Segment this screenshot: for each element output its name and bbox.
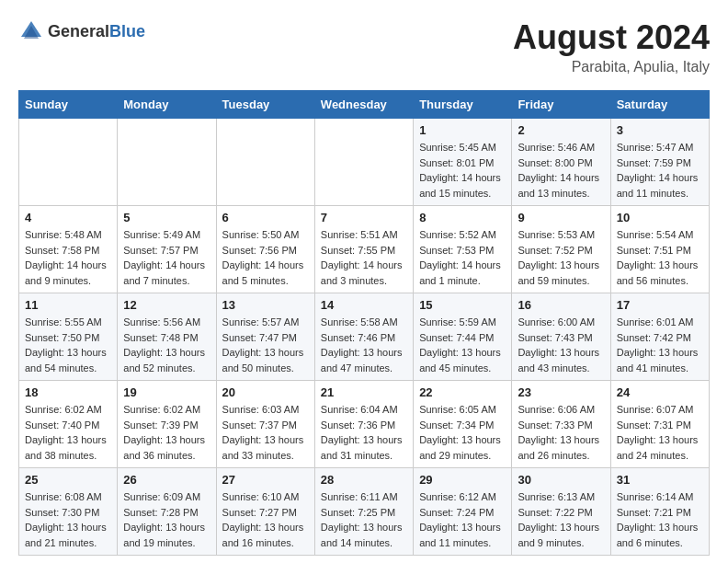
day-number: 7 (321, 211, 407, 224)
day-info: Sunrise: 6:12 AMSunset: 7:24 PMDaylight:… (419, 489, 506, 550)
day-info: Sunrise: 5:53 AMSunset: 7:52 PMDaylight:… (518, 227, 604, 288)
calendar-cell: 2Sunrise: 5:46 AMSunset: 8:00 PMDaylight… (512, 119, 610, 206)
day-number: 24 (617, 385, 703, 399)
day-info: Sunrise: 6:02 AMSunset: 7:40 PMDaylight:… (25, 402, 111, 463)
day-number: 11 (25, 298, 111, 312)
day-number: 21 (321, 385, 407, 399)
day-info: Sunrise: 5:50 AMSunset: 7:56 PMDaylight:… (222, 227, 309, 288)
calendar-cell: 18Sunrise: 6:02 AMSunset: 7:40 PMDayligh… (19, 381, 118, 468)
calendar-cell (118, 119, 216, 206)
day-info: Sunrise: 6:06 AMSunset: 7:33 PMDaylight:… (518, 402, 604, 463)
day-info: Sunrise: 5:48 AMSunset: 7:58 PMDaylight:… (25, 227, 111, 288)
day-number: 27 (222, 473, 309, 487)
calendar-week-row: 11Sunrise: 5:55 AMSunset: 7:50 PMDayligh… (19, 293, 710, 381)
header-day-friday: Friday (512, 91, 610, 119)
calendar-cell: 28Sunrise: 6:11 AMSunset: 7:25 PMDayligh… (314, 468, 413, 556)
calendar-cell: 9Sunrise: 5:53 AMSunset: 7:52 PMDaylight… (512, 206, 610, 293)
calendar-cell: 15Sunrise: 5:59 AMSunset: 7:44 PMDayligh… (414, 293, 512, 381)
day-info: Sunrise: 5:54 AMSunset: 7:51 PMDaylight:… (617, 227, 703, 288)
day-info: Sunrise: 6:09 AMSunset: 7:28 PMDaylight:… (123, 489, 210, 550)
day-number: 9 (518, 211, 604, 224)
calendar-cell: 20Sunrise: 6:03 AMSunset: 7:37 PMDayligh… (216, 381, 314, 468)
day-info: Sunrise: 5:46 AMSunset: 8:00 PMDaylight:… (518, 140, 604, 201)
calendar-cell: 1Sunrise: 5:45 AMSunset: 8:01 PMDaylight… (414, 119, 512, 206)
day-number: 28 (321, 473, 407, 487)
calendar-cell: 4Sunrise: 5:48 AMSunset: 7:58 PMDaylight… (19, 206, 118, 293)
calendar-cell: 12Sunrise: 5:56 AMSunset: 7:48 PMDayligh… (118, 293, 216, 381)
day-number: 30 (518, 473, 604, 487)
calendar-cell (314, 119, 413, 206)
day-info: Sunrise: 6:03 AMSunset: 7:37 PMDaylight:… (222, 402, 309, 463)
logo-text-general: General (48, 22, 109, 40)
day-number: 13 (222, 298, 309, 312)
calendar-week-row: 18Sunrise: 6:02 AMSunset: 7:40 PMDayligh… (19, 381, 710, 468)
day-info: Sunrise: 5:55 AMSunset: 7:50 PMDaylight:… (25, 315, 111, 375)
day-info: Sunrise: 5:57 AMSunset: 7:47 PMDaylight:… (222, 315, 309, 375)
day-info: Sunrise: 6:05 AMSunset: 7:34 PMDaylight:… (419, 402, 506, 463)
calendar-cell: 19Sunrise: 6:02 AMSunset: 7:39 PMDayligh… (118, 381, 216, 468)
day-info: Sunrise: 5:58 AMSunset: 7:46 PMDaylight:… (321, 315, 407, 375)
day-number: 6 (222, 211, 309, 224)
day-number: 18 (25, 385, 111, 399)
day-number: 31 (617, 473, 703, 487)
calendar-table: SundayMondayTuesdayWednesdayThursdayFrid… (18, 90, 710, 556)
calendar-week-row: 1Sunrise: 5:45 AMSunset: 8:01 PMDaylight… (19, 119, 710, 206)
header-day-saturday: Saturday (610, 91, 709, 119)
location: Parabita, Apulia, Italy (513, 59, 710, 75)
calendar-cell: 24Sunrise: 6:07 AMSunset: 7:31 PMDayligh… (610, 381, 709, 468)
calendar-week-row: 4Sunrise: 5:48 AMSunset: 7:58 PMDaylight… (19, 206, 710, 293)
day-info: Sunrise: 6:13 AMSunset: 7:22 PMDaylight:… (518, 489, 604, 550)
header-day-monday: Monday (118, 91, 216, 119)
day-info: Sunrise: 5:59 AMSunset: 7:44 PMDaylight:… (419, 315, 506, 375)
day-info: Sunrise: 5:52 AMSunset: 7:53 PMDaylight:… (419, 227, 506, 288)
title-block: August 2024 Parabita, Apulia, Italy (513, 18, 710, 75)
calendar-cell: 29Sunrise: 6:12 AMSunset: 7:24 PMDayligh… (414, 468, 512, 556)
day-number: 4 (25, 211, 111, 224)
calendar-cell: 30Sunrise: 6:13 AMSunset: 7:22 PMDayligh… (512, 468, 610, 556)
day-info: Sunrise: 5:56 AMSunset: 7:48 PMDaylight:… (123, 315, 210, 375)
day-info: Sunrise: 6:11 AMSunset: 7:25 PMDaylight:… (321, 489, 407, 550)
day-number: 26 (123, 473, 210, 487)
month-year: August 2024 (513, 18, 710, 57)
calendar-cell: 7Sunrise: 5:51 AMSunset: 7:55 PMDaylight… (314, 206, 413, 293)
day-number: 15 (419, 298, 506, 312)
day-info: Sunrise: 6:07 AMSunset: 7:31 PMDaylight:… (617, 402, 703, 463)
calendar-cell: 25Sunrise: 6:08 AMSunset: 7:30 PMDayligh… (19, 468, 118, 556)
day-info: Sunrise: 5:51 AMSunset: 7:55 PMDaylight:… (321, 227, 407, 288)
day-info: Sunrise: 6:02 AMSunset: 7:39 PMDaylight:… (123, 402, 210, 463)
day-number: 5 (123, 211, 210, 224)
day-number: 17 (617, 298, 703, 312)
calendar-cell: 8Sunrise: 5:52 AMSunset: 7:53 PMDaylight… (414, 206, 512, 293)
logo-text-blue: Blue (109, 22, 145, 40)
header-day-tuesday: Tuesday (216, 91, 314, 119)
day-number: 16 (518, 298, 604, 312)
day-info: Sunrise: 6:00 AMSunset: 7:43 PMDaylight:… (518, 315, 604, 375)
day-info: Sunrise: 6:14 AMSunset: 7:21 PMDaylight:… (617, 489, 703, 550)
calendar-cell: 6Sunrise: 5:50 AMSunset: 7:56 PMDaylight… (216, 206, 314, 293)
day-number: 1 (419, 123, 506, 137)
calendar-cell: 22Sunrise: 6:05 AMSunset: 7:34 PMDayligh… (414, 381, 512, 468)
day-number: 22 (419, 385, 506, 399)
day-info: Sunrise: 6:01 AMSunset: 7:42 PMDaylight:… (617, 315, 703, 375)
day-number: 25 (25, 473, 111, 487)
day-number: 23 (518, 385, 604, 399)
day-info: Sunrise: 6:08 AMSunset: 7:30 PMDaylight:… (25, 489, 111, 550)
calendar-cell: 3Sunrise: 5:47 AMSunset: 7:59 PMDaylight… (610, 119, 709, 206)
calendar-cell (216, 119, 314, 206)
calendar-cell: 14Sunrise: 5:58 AMSunset: 7:46 PMDayligh… (314, 293, 413, 381)
calendar-cell: 21Sunrise: 6:04 AMSunset: 7:36 PMDayligh… (314, 381, 413, 468)
calendar-cell: 31Sunrise: 6:14 AMSunset: 7:21 PMDayligh… (610, 468, 709, 556)
calendar-cell: 13Sunrise: 5:57 AMSunset: 7:47 PMDayligh… (216, 293, 314, 381)
calendar-cell: 23Sunrise: 6:06 AMSunset: 7:33 PMDayligh… (512, 381, 610, 468)
logo-icon (18, 18, 44, 44)
day-number: 12 (123, 298, 210, 312)
day-info: Sunrise: 5:45 AMSunset: 8:01 PMDaylight:… (419, 140, 506, 201)
day-info: Sunrise: 5:47 AMSunset: 7:59 PMDaylight:… (617, 140, 703, 201)
calendar-cell: 16Sunrise: 6:00 AMSunset: 7:43 PMDayligh… (512, 293, 610, 381)
day-number: 14 (321, 298, 407, 312)
calendar-cell (19, 119, 118, 206)
calendar-cell: 26Sunrise: 6:09 AMSunset: 7:28 PMDayligh… (118, 468, 216, 556)
day-info: Sunrise: 5:49 AMSunset: 7:57 PMDaylight:… (123, 227, 210, 288)
day-number: 8 (419, 211, 506, 224)
calendar-header-row: SundayMondayTuesdayWednesdayThursdayFrid… (19, 91, 710, 119)
